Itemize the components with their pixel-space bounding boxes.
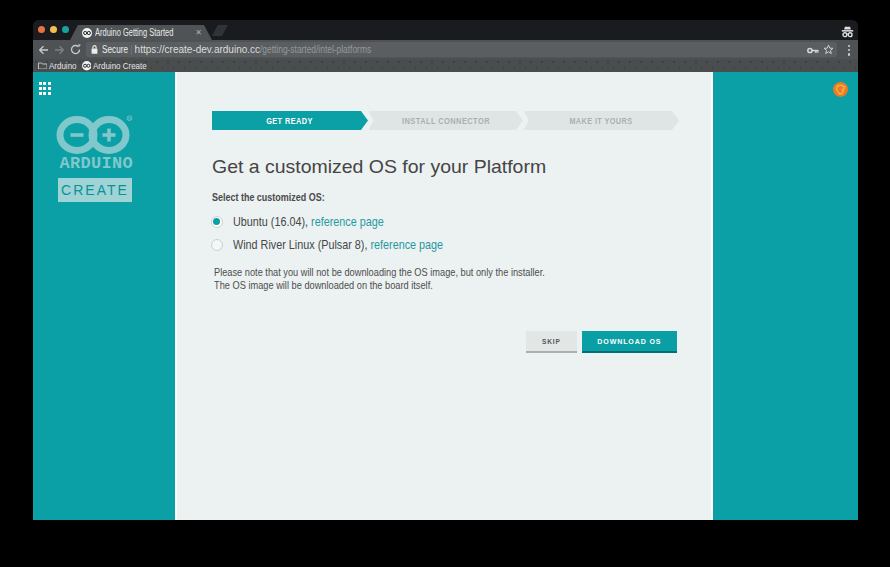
svg-text:R: R	[127, 115, 130, 120]
